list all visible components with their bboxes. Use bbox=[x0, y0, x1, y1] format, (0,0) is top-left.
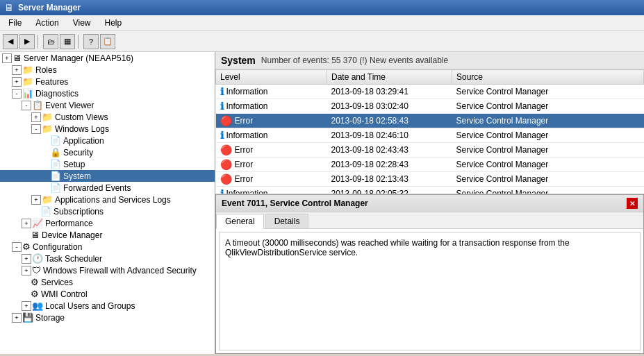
tree-label-event-viewer: Event Viewer bbox=[45, 101, 94, 110]
error-icon: 🔴 bbox=[220, 115, 232, 126]
tree-icon-device-manager: 🖥 bbox=[31, 230, 40, 240]
tree-label-system: System bbox=[63, 171, 91, 181]
tree-label-wmi-control: WMI Control bbox=[41, 289, 88, 299]
table-row[interactable]: ℹ Information2013-09-18 02:05:32Service … bbox=[216, 187, 644, 195]
tab-details[interactable]: Details bbox=[265, 214, 309, 228]
menu-help[interactable]: Help bbox=[99, 17, 128, 29]
table-row[interactable]: 🔴 Error2013-09-18 02:58:43Service Contro… bbox=[216, 114, 644, 128]
expand-btn-windows-firewall[interactable]: + bbox=[22, 266, 31, 276]
detail-tabs: General Details bbox=[216, 212, 643, 229]
table-row[interactable]: 🔴 Error2013-09-18 02:28:43Service Contro… bbox=[216, 158, 644, 172]
view-button[interactable]: ▦ bbox=[60, 34, 75, 49]
expand-btn-local-users[interactable]: + bbox=[22, 301, 31, 311]
forward-button[interactable]: ▶ bbox=[19, 34, 35, 49]
tree-icon-forwarded-events: 📄 bbox=[50, 183, 61, 193]
menu-file[interactable]: File bbox=[3, 17, 27, 29]
tree-item-windows-logs[interactable]: -📁Windows Logs bbox=[0, 123, 215, 135]
menu-bar: File Action View Help bbox=[0, 15, 644, 31]
tree-label-custom-views: Custom Views bbox=[55, 112, 108, 122]
expand-btn-server-manager[interactable]: + bbox=[2, 53, 12, 63]
detail-header: Event 7011, Service Control Manager ✕ bbox=[216, 195, 643, 212]
tree-item-wmi-control[interactable]: ⚙WMI Control bbox=[0, 288, 215, 300]
folder-button[interactable]: 🗁 bbox=[43, 34, 58, 49]
expand-btn-diagnostics[interactable]: - bbox=[12, 89, 22, 99]
tree-item-task-scheduler[interactable]: +🕐Task Scheduler bbox=[0, 253, 215, 264]
info-icon: ℹ bbox=[220, 130, 224, 141]
event-datetime: 2013-09-18 02:58:43 bbox=[327, 114, 452, 128]
event-source: Service Control Manager bbox=[452, 158, 644, 172]
tree-item-subscriptions[interactable]: 📄Subscriptions bbox=[0, 205, 215, 217]
toolbar: ◀ ▶ 🗁 ▦ ? 📋 bbox=[0, 31, 644, 52]
col-datetime[interactable]: Date and Time bbox=[327, 70, 452, 85]
tree-label-security: Security bbox=[63, 148, 93, 158]
tree-label-configuration: Configuration bbox=[33, 242, 82, 252]
tree-item-diagnostics[interactable]: -📊Diagnostics bbox=[0, 87, 215, 99]
event-datetime: 2013-09-18 02:43:43 bbox=[327, 143, 452, 158]
table-row[interactable]: ℹ Information2013-09-18 03:29:41Service … bbox=[216, 85, 644, 99]
tree-item-features[interactable]: +📁Features bbox=[0, 76, 215, 87]
system-log-title: System bbox=[221, 55, 256, 66]
back-button[interactable]: ◀ bbox=[3, 34, 18, 49]
expand-btn-windows-logs[interactable]: - bbox=[31, 124, 41, 134]
expand-btn-storage[interactable]: + bbox=[12, 313, 22, 323]
tree-item-configuration[interactable]: -⚙Configuration bbox=[0, 241, 215, 253]
menu-action[interactable]: Action bbox=[30, 17, 64, 29]
expand-btn-app-services-logs[interactable]: + bbox=[31, 195, 41, 205]
tab-general[interactable]: General bbox=[216, 214, 264, 229]
tree-label-application: Application bbox=[63, 136, 104, 146]
tree-item-setup[interactable]: 📄Setup bbox=[0, 158, 215, 170]
tree-item-security[interactable]: 🔒Security bbox=[0, 146, 215, 158]
tree-item-forwarded-events[interactable]: 📄Forwarded Events bbox=[0, 182, 215, 194]
expand-btn-features[interactable]: + bbox=[12, 77, 22, 87]
tree-item-app-services-logs[interactable]: +📁Applications and Services Logs bbox=[0, 194, 215, 205]
event-source: Service Control Manager bbox=[452, 143, 644, 158]
tree-item-windows-firewall[interactable]: +🛡Windows Firewall with Advanced Securit… bbox=[0, 264, 215, 276]
tree-label-windows-firewall: Windows Firewall with Advanced Security bbox=[43, 266, 197, 276]
tree-label-windows-logs: Windows Logs bbox=[55, 124, 109, 134]
tree-item-local-users[interactable]: +👥Local Users and Groups bbox=[0, 300, 215, 312]
detail-title: Event 7011, Service Control Manager bbox=[222, 198, 368, 208]
info-icon: ℹ bbox=[220, 86, 224, 97]
expand-btn-custom-views[interactable]: + bbox=[31, 112, 41, 122]
event-level: ℹ Information bbox=[216, 187, 327, 195]
detail-close-button[interactable]: ✕ bbox=[627, 198, 638, 209]
event-level: 🔴 Error bbox=[216, 172, 327, 187]
tree-item-services[interactable]: ⚙Services bbox=[0, 276, 215, 288]
tree-item-event-viewer[interactable]: -📋Event Viewer bbox=[0, 99, 215, 111]
tree-item-device-manager[interactable]: 🖥Device Manager bbox=[0, 229, 215, 241]
table-row[interactable]: 🔴 Error2013-09-18 02:43:43Service Contro… bbox=[216, 143, 644, 158]
tree-icon-server-manager: 🖥 bbox=[13, 53, 22, 63]
error-icon: 🔴 bbox=[220, 173, 232, 185]
event-source: Service Control Manager bbox=[452, 187, 644, 195]
event-detail-panel: Event 7011, Service Control Manager ✕ Ge… bbox=[215, 194, 644, 354]
tree-item-application[interactable]: 📄Application bbox=[0, 135, 215, 146]
tree-item-roles[interactable]: +📁Roles bbox=[0, 64, 215, 76]
table-row[interactable]: ℹ Information2013-09-18 02:46:10Service … bbox=[216, 128, 644, 143]
expand-btn-performance[interactable]: + bbox=[22, 219, 31, 228]
tree-item-server-manager[interactable]: +🖥Server Manager (NEAAP516) bbox=[0, 52, 215, 64]
export-button[interactable]: 📋 bbox=[100, 34, 115, 49]
col-level[interactable]: Level bbox=[216, 70, 327, 85]
left-panel: +🖥Server Manager (NEAAP516)+📁Roles+📁Feat… bbox=[0, 52, 215, 354]
expand-btn-configuration[interactable]: - bbox=[12, 242, 22, 252]
tree-icon-diagnostics: 📊 bbox=[22, 88, 33, 99]
expand-btn-roles[interactable]: + bbox=[12, 65, 22, 75]
menu-view[interactable]: View bbox=[67, 17, 97, 29]
table-row[interactable]: 🔴 Error2013-09-18 02:13:43Service Contro… bbox=[216, 172, 644, 187]
info-icon: ℹ bbox=[220, 101, 224, 112]
expand-btn-event-viewer[interactable]: - bbox=[22, 101, 31, 110]
help-button[interactable]: ? bbox=[83, 34, 99, 49]
expand-btn-task-scheduler[interactable]: + bbox=[22, 254, 31, 264]
tree-item-system[interactable]: 📄System bbox=[0, 170, 215, 182]
tree-item-custom-views[interactable]: +📁Custom Views bbox=[0, 111, 215, 123]
tree-label-features: Features bbox=[35, 77, 68, 87]
event-source: Service Control Manager bbox=[452, 99, 644, 114]
table-row[interactable]: ℹ Information2013-09-18 03:02:40Service … bbox=[216, 99, 644, 114]
tree-icon-custom-views: 📁 bbox=[42, 112, 53, 122]
tree-icon-performance: 📈 bbox=[32, 218, 43, 228]
tree-item-storage[interactable]: +💾Storage bbox=[0, 312, 215, 323]
event-datetime: 2013-09-18 02:46:10 bbox=[327, 128, 452, 143]
tree-item-performance[interactable]: +📈Performance bbox=[0, 217, 215, 229]
tree-icon-services: ⚙ bbox=[31, 277, 39, 287]
col-source[interactable]: Source bbox=[452, 70, 644, 85]
